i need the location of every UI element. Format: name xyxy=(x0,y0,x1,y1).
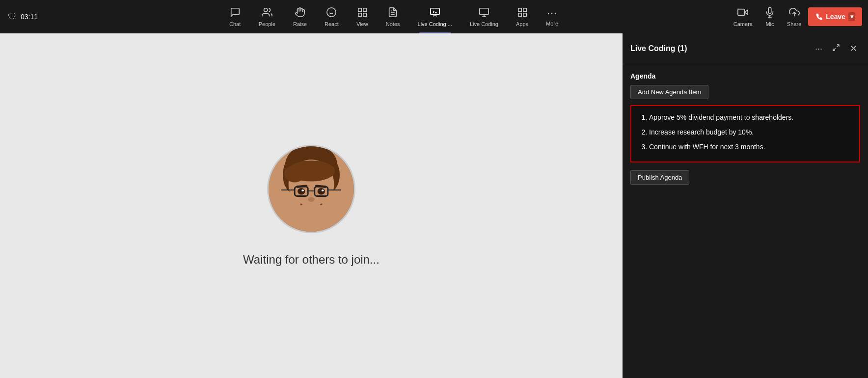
agenda-list: Approve 5% dividend payment to sharehold… xyxy=(639,112,851,153)
svg-line-47 xyxy=(837,45,839,47)
svg-rect-21 xyxy=(738,9,745,15)
svg-line-22 xyxy=(738,8,738,9)
camera-icon xyxy=(737,7,748,20)
svg-point-42 xyxy=(301,189,304,191)
agenda-label: Agenda xyxy=(630,72,860,80)
share-icon xyxy=(789,7,800,20)
react-label: React xyxy=(325,21,339,27)
people-label: People xyxy=(259,21,275,27)
svg-rect-19 xyxy=(523,13,526,16)
nav-apps[interactable]: Apps xyxy=(507,0,537,33)
people-icon xyxy=(262,7,272,20)
timer: 03:11 xyxy=(21,13,38,21)
camera-label: Camera xyxy=(733,21,753,27)
view-label: View xyxy=(356,21,368,27)
chat-label: Chat xyxy=(229,21,241,27)
nav-chat[interactable]: Chat xyxy=(220,0,250,33)
agenda-items-box: Approve 5% dividend payment to sharehold… xyxy=(630,105,860,162)
nav-notes[interactable]: Notes xyxy=(377,0,409,33)
notes-icon xyxy=(387,7,398,20)
panel-close-button[interactable]: ✕ xyxy=(847,41,860,56)
leave-arrow-icon[interactable]: ▾ xyxy=(848,12,855,21)
svg-rect-7 xyxy=(358,13,361,16)
view-icon xyxy=(357,7,368,20)
list-item: Increase research budget by 10%. xyxy=(649,127,851,138)
svg-point-41 xyxy=(318,188,325,195)
chat-icon xyxy=(230,7,241,20)
svg-rect-6 xyxy=(363,13,366,16)
popout-icon xyxy=(832,44,840,52)
camera-button[interactable]: Camera xyxy=(729,0,758,33)
react-icon xyxy=(326,7,337,20)
topbar: 🛡 03:11 Chat People xyxy=(0,0,868,33)
svg-point-0 xyxy=(264,8,267,11)
share-button[interactable]: Share xyxy=(782,0,806,33)
svg-rect-46 xyxy=(303,221,320,232)
live-coding-active-icon xyxy=(430,7,440,20)
raise-label: Raise xyxy=(293,21,307,27)
nav-react[interactable]: React xyxy=(316,0,348,33)
svg-rect-20 xyxy=(518,13,521,16)
svg-rect-10 xyxy=(431,8,439,14)
topbar-left: 🛡 03:11 xyxy=(0,12,59,22)
live-coding-label: Live Coding xyxy=(470,21,498,27)
svg-point-1 xyxy=(327,7,336,16)
waiting-text: Waiting for others to join... xyxy=(243,253,380,267)
list-item: Approve 5% dividend payment to sharehold… xyxy=(649,112,851,124)
svg-rect-14 xyxy=(480,8,488,14)
more-label: More xyxy=(546,21,558,27)
nav-raise[interactable]: Raise xyxy=(284,0,316,33)
svg-rect-17 xyxy=(518,8,521,11)
avatar-face-svg xyxy=(269,146,354,232)
svg-rect-18 xyxy=(523,8,526,11)
raise-icon xyxy=(295,7,305,20)
panel-more-button[interactable]: ··· xyxy=(812,42,825,56)
mic-icon xyxy=(764,7,775,20)
list-item: Continue with WFH for next 3 months. xyxy=(649,141,851,153)
leave-phone-icon xyxy=(815,13,823,21)
topbar-right: Camera Mic Share xyxy=(729,0,868,33)
leave-label: Leave xyxy=(826,13,845,21)
svg-point-43 xyxy=(322,189,324,191)
leave-button[interactable]: Leave ▾ xyxy=(808,7,862,26)
nav-people[interactable]: People xyxy=(250,0,284,33)
mic-label: Mic xyxy=(765,21,774,27)
mic-button[interactable]: Mic xyxy=(760,0,780,33)
svg-line-48 xyxy=(833,48,836,51)
svg-rect-4 xyxy=(358,8,361,11)
svg-line-12 xyxy=(433,12,434,13)
more-icon: ··· xyxy=(547,7,557,20)
panel-body: Agenda Add New Agenda Item Approve 5% di… xyxy=(623,64,868,378)
svg-rect-5 xyxy=(363,8,366,11)
live-coding-icon xyxy=(479,7,489,20)
live-coding-active-label: Live Coding ... xyxy=(418,21,452,27)
apps-icon xyxy=(517,7,528,20)
shield-icon: 🛡 xyxy=(8,12,17,22)
share-label: Share xyxy=(787,21,801,27)
add-agenda-button[interactable]: Add New Agenda Item xyxy=(630,85,708,99)
svg-point-44 xyxy=(308,197,315,202)
panel-header: Live Coding (1) ··· ✕ xyxy=(623,33,868,64)
nav-live-coding[interactable]: Live Coding xyxy=(461,0,507,33)
user-avatar xyxy=(267,145,355,233)
svg-point-40 xyxy=(298,188,305,195)
nav-more[interactable]: ··· More xyxy=(537,0,567,33)
notes-label: Notes xyxy=(386,21,400,27)
nav-live-coding-active[interactable]: Live Coding ... xyxy=(409,0,461,33)
panel-title: Live Coding (1) xyxy=(630,44,687,53)
apps-label: Apps xyxy=(516,21,528,27)
topbar-center: Chat People xyxy=(59,0,729,33)
panel-popout-button[interactable] xyxy=(829,42,843,56)
nav-view[interactable]: View xyxy=(348,0,377,33)
main-video-area: Waiting for others to join... xyxy=(0,33,623,378)
live-coding-panel: Live Coding (1) ··· ✕ Agenda Add New Age… xyxy=(623,33,868,378)
panel-actions: ··· ✕ xyxy=(812,41,860,56)
svg-point-32 xyxy=(284,165,305,183)
publish-agenda-button[interactable]: Publish Agenda xyxy=(630,170,689,185)
